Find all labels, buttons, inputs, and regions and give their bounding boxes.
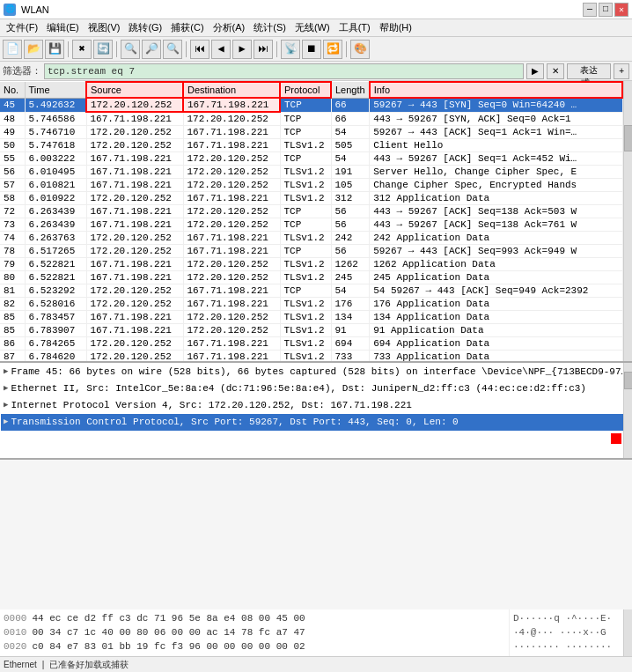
- table-row[interactable]: 856.783907167.71.198.221172.20.120.252TL…: [0, 324, 622, 337]
- table-row[interactable]: 786.517265172.20.120.252167.71.198.221TC…: [0, 245, 622, 258]
- table-row[interactable]: 856.783457167.71.198.221172.20.120.252TL…: [0, 311, 622, 324]
- toolbar-go-prev-btn[interactable]: ◀: [211, 40, 231, 59]
- status-ethernet: Ethernet: [4, 660, 37, 669]
- hex-row: 000044 ec ce d2 ff c3 dc 71 96 5e 8a e4 …: [4, 611, 505, 625]
- detail-arrow: ▶: [4, 398, 8, 413]
- hex-bytes: 00 34 c7 1c 40 00 80 06 00 00 ac 14 78 f…: [32, 627, 305, 638]
- detail-arrow: ▶: [4, 415, 8, 430]
- hex-offset: 0000: [4, 613, 26, 624]
- table-row[interactable]: 736.263439167.71.198.221172.20.120.252TC…: [0, 218, 622, 232]
- table-row[interactable]: 796.522821167.71.198.221172.20.120.252TL…: [0, 258, 622, 271]
- detail-text: Internet Protocol Version 4, Src: 172.20…: [11, 398, 411, 413]
- table-row[interactable]: 866.784265172.20.120.252167.71.198.221TL…: [0, 337, 622, 351]
- menu-item[interactable]: 无线(W): [290, 20, 334, 35]
- detail-item[interactable]: ▶Ethernet II, Src: IntelCor_5e:8a:e4 (dc…: [1, 380, 631, 397]
- table-row[interactable]: 495.746710172.20.120.252167.71.198.221TC…: [0, 126, 622, 139]
- detail-text: Ethernet II, Src: IntelCor_5e:8a:e4 (dc:…: [11, 381, 586, 396]
- toolbar-find-btn[interactable]: 🔍: [121, 40, 140, 59]
- filter-bar: 筛选器： ▶ ✕ 表达式... +: [0, 62, 632, 81]
- col-time: Time: [25, 82, 86, 98]
- table-row[interactable]: 485.746586167.71.198.221172.20.120.252TC…: [0, 112, 622, 126]
- menu-item[interactable]: 编辑(E): [42, 20, 84, 35]
- status-info: 已准备好加载或捕获: [49, 659, 129, 671]
- table-row[interactable]: 505.747618172.20.120.252167.71.198.221TL…: [0, 139, 622, 152]
- col-source[interactable]: Source: [86, 82, 183, 98]
- toolbar-open-btn[interactable]: 📂: [24, 40, 43, 59]
- table-row[interactable]: 816.523292172.20.120.252167.71.198.221TC…: [0, 284, 622, 298]
- col-length: Length: [331, 82, 370, 98]
- hex-row: 001000 34 c7 1c 40 00 80 06 00 00 ac 14 …: [4, 625, 505, 639]
- col-info[interactable]: Info: [370, 82, 622, 98]
- hex-bytes: c0 84 e7 83 01 bb 19 fc f3 96 00 00 00 0…: [32, 641, 305, 652]
- toolbar-colorize-btn[interactable]: 🎨: [350, 40, 370, 59]
- toolbar-save-btn[interactable]: 💾: [45, 40, 64, 59]
- menu-item[interactable]: 工具(T): [334, 20, 375, 35]
- scrollbar[interactable]: [623, 81, 632, 361]
- menu-item[interactable]: 视图(V): [84, 20, 125, 35]
- detail-item[interactable]: ▶Transmission Control Protocol, Src Port…: [1, 414, 631, 431]
- hex-offset: 0010: [4, 627, 26, 638]
- toolbar-new-btn[interactable]: 📄: [3, 40, 22, 59]
- detail-panel: ▶Frame 45: 66 bytes on wire (528 bits), …: [0, 363, 632, 460]
- close-button[interactable]: ✕: [614, 3, 628, 17]
- maximize-button[interactable]: □: [599, 3, 613, 17]
- toolbar-reload-btn[interactable]: 🔄: [93, 40, 113, 59]
- toolbar-separator-4: [276, 41, 277, 57]
- detail-item[interactable]: ▶Frame 45: 66 bytes on wire (528 bits), …: [1, 364, 631, 380]
- ascii-row: D······q ·^····E·: [513, 611, 620, 625]
- toolbar-zoom-in-btn[interactable]: 🔎: [142, 40, 161, 59]
- hex-row: 0020c0 84 e7 83 01 bb 19 fc f3 96 00 00 …: [4, 639, 505, 654]
- toolbar-capture-btn[interactable]: 📡: [281, 40, 300, 59]
- toolbar-separator-1: [68, 41, 69, 57]
- bottom-area: [0, 460, 632, 609]
- toolbar-close-btn[interactable]: ✖: [72, 40, 92, 59]
- window-controls: — □ ✕: [583, 3, 628, 17]
- packet-list: No. Time Source Destination Protocol Len…: [0, 81, 632, 363]
- toolbar-stop-btn[interactable]: ⏹: [302, 40, 321, 59]
- col-protocol[interactable]: Protocol: [280, 82, 331, 98]
- menu-item[interactable]: 跳转(G): [124, 20, 166, 35]
- ascii-row: ········ ········: [513, 639, 620, 654]
- toolbar-go-next-btn[interactable]: ▶: [232, 40, 252, 59]
- table-row[interactable]: 455.492632172.20.120.252167.71.198.221TC…: [0, 98, 622, 112]
- toolbar-zoom-out-btn[interactable]: 🔍: [163, 40, 182, 59]
- toolbar-restart-btn[interactable]: 🔁: [323, 40, 342, 59]
- detail-item[interactable]: ▶Internet Protocol Version 4, Src: 172.2…: [1, 397, 631, 414]
- table-row[interactable]: 806.522821167.71.198.221172.20.120.252TL…: [0, 271, 622, 284]
- table-row[interactable]: 556.003222167.71.198.221172.20.120.252TC…: [0, 152, 622, 166]
- window-title: WLAN: [21, 4, 49, 15]
- menu-item[interactable]: 分析(A): [209, 20, 250, 35]
- menu-item[interactable]: 捕获(C): [166, 20, 208, 35]
- filter-apply-btn[interactable]: ▶: [526, 63, 544, 79]
- minimize-button[interactable]: —: [583, 3, 597, 17]
- filter-expr-btn[interactable]: 表达式...: [567, 63, 611, 79]
- table-row[interactable]: 576.010821167.71.198.221172.20.120.252TL…: [0, 179, 622, 192]
- table-row[interactable]: 566.010495167.71.198.221172.20.120.252TL…: [0, 166, 622, 179]
- scrollbar-thumb[interactable]: [624, 125, 632, 151]
- menu-item[interactable]: 统计(S): [249, 20, 290, 35]
- table-row[interactable]: 876.784620172.20.120.252167.71.198.221TL…: [0, 351, 622, 362]
- table-row[interactable]: 726.263439167.71.198.221172.20.120.252TC…: [0, 205, 622, 218]
- title-bar: 🌐 WLAN — □ ✕: [0, 0, 632, 19]
- toolbar: 📄 📂 💾 ✖ 🔄 🔍 🔎 🔍 ⏮ ◀ ▶ ⏭ 📡 ⏹ 🔁 🎨: [0, 37, 632, 62]
- table-row[interactable]: 746.263763172.20.120.252167.71.198.221TL…: [0, 232, 622, 245]
- menu-bar: 文件(F)编辑(E)视图(V)跳转(G)捕获(C)分析(A)统计(S)无线(W)…: [0, 19, 632, 37]
- detail-arrow: ▶: [4, 381, 8, 396]
- detail-text: Transmission Control Protocol, Src Port:…: [11, 415, 458, 430]
- table-row[interactable]: 826.528016172.20.120.252167.71.198.221TL…: [0, 298, 622, 311]
- status-bar: Ethernet | 已准备好加载或捕获: [0, 656, 632, 672]
- hex-bytes: 44 ec ce d2 ff c3 dc 71 96 5e 8a e4 08 0…: [32, 613, 305, 624]
- toolbar-separator-3: [186, 41, 187, 57]
- filter-input[interactable]: [44, 63, 524, 79]
- menu-item[interactable]: 文件(F): [2, 20, 42, 35]
- col-destination[interactable]: Destination: [183, 82, 280, 98]
- filter-clear-btn[interactable]: ✕: [547, 63, 564, 79]
- filter-label: 筛选器：: [3, 64, 41, 78]
- toolbar-go-last-btn[interactable]: ⏭: [254, 40, 273, 59]
- detail-arrow: ▶: [4, 365, 8, 380]
- filter-save-btn[interactable]: +: [614, 63, 629, 79]
- toolbar-separator-5: [346, 41, 347, 57]
- menu-item[interactable]: 帮助(H): [375, 20, 416, 35]
- table-row[interactable]: 586.010922172.20.120.252167.71.198.221TL…: [0, 192, 622, 205]
- toolbar-go-first-btn[interactable]: ⏮: [190, 40, 209, 59]
